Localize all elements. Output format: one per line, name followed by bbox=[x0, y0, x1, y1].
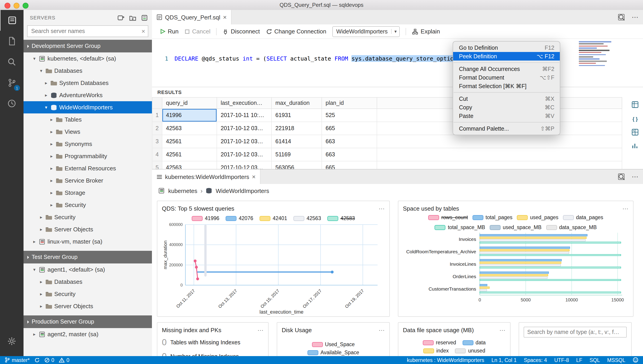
legend-item[interactable]: 42401 bbox=[260, 216, 287, 221]
clear-search-icon[interactable] bbox=[142, 27, 145, 35]
tree-group-test-server-group[interactable]: Test Server Group bbox=[24, 251, 152, 264]
tree-item-external-resources[interactable]: External Resources bbox=[24, 162, 152, 174]
task-history-activity-icon[interactable] bbox=[0, 31, 24, 52]
object-search-input[interactable] bbox=[524, 327, 627, 338]
menu-item-paste[interactable]: Paste⌘V bbox=[453, 112, 560, 120]
peek-search-icon[interactable] bbox=[618, 173, 625, 180]
grid-corner[interactable] bbox=[152, 98, 162, 109]
tree-item-programmability[interactable]: Programmability bbox=[24, 150, 152, 162]
tree-group-production-server-group[interactable]: Production Server Group bbox=[24, 316, 152, 328]
tree-group-development-server-group[interactable]: Development Server Group bbox=[24, 40, 152, 52]
tree-item-agent1[interactable]: agent1, <default> (sa) bbox=[24, 264, 152, 276]
close-tab-icon[interactable] bbox=[252, 173, 256, 180]
widget-menu-button[interactable] bbox=[257, 327, 264, 330]
legend-item[interactable]: 42563 bbox=[293, 216, 321, 221]
history-activity-icon[interactable] bbox=[0, 93, 24, 114]
tree-item-agent2[interactable]: agent2, master (sa) bbox=[24, 328, 152, 340]
new-server-group-icon[interactable] bbox=[129, 14, 137, 22]
cursor-position-status[interactable]: Ln 1, Col 1 bbox=[491, 357, 517, 363]
column-header[interactable]: query_id bbox=[162, 98, 217, 109]
tree-item-service-broker[interactable]: Service Broker bbox=[24, 174, 152, 187]
more-actions-icon[interactable] bbox=[632, 172, 638, 181]
minimize-window-button[interactable] bbox=[14, 2, 20, 8]
save-as-excel-icon[interactable] bbox=[631, 128, 639, 136]
search-activity-icon[interactable] bbox=[0, 52, 24, 72]
more-actions-icon[interactable] bbox=[632, 13, 638, 21]
language-mode-status[interactable]: SQL bbox=[589, 357, 600, 363]
menu-item-copy[interactable]: Copy⌘C bbox=[453, 103, 560, 112]
column-header[interactable]: plan_id bbox=[322, 98, 377, 109]
tree-item-linux-vm[interactable]: linux-vm, master (sa) bbox=[24, 236, 152, 248]
feedback-smiley-button[interactable] bbox=[632, 357, 638, 363]
menu-item-format-selection[interactable]: Format Selection [⌘K ⌘F] bbox=[453, 82, 560, 90]
legend-item[interactable]: used_pages bbox=[517, 215, 558, 220]
tree-item-views[interactable]: Views bbox=[24, 126, 152, 138]
breadcrumb-server[interactable]: kubernetes bbox=[168, 187, 197, 194]
indentation-status[interactable]: Spaces: 4 bbox=[524, 357, 547, 363]
run-button[interactable]: Run bbox=[160, 28, 179, 35]
active-connections-icon[interactable] bbox=[141, 14, 148, 22]
tab-kubernetes-wideworldimporters[interactable]: kubernetes:WideWorldImporters bbox=[152, 170, 261, 184]
tree-item-synonyms[interactable]: Synonyms bbox=[24, 138, 152, 150]
peek-search-icon[interactable] bbox=[618, 13, 625, 21]
database-dropdown[interactable]: WideWorldImporters bbox=[332, 26, 400, 37]
menu-item-cut[interactable]: Cut⌘X bbox=[453, 94, 560, 103]
legend-item[interactable]: reserved bbox=[423, 340, 456, 345]
legend-item[interactable]: total_space_MB bbox=[435, 224, 485, 230]
git-branch-status[interactable]: master* bbox=[5, 357, 30, 363]
close-tab-icon[interactable] bbox=[223, 14, 227, 21]
menu-item-go-to-definition[interactable]: Go to DefinitionF12 bbox=[453, 44, 560, 52]
tree-item-system-databases[interactable]: System Databases bbox=[24, 77, 152, 89]
legend-item[interactable]: index bbox=[423, 348, 449, 354]
column-header[interactable]: max_duration bbox=[272, 98, 322, 109]
encoding-status[interactable]: UTF-8 bbox=[554, 357, 569, 363]
legend-item[interactable]: Available_Space bbox=[307, 350, 359, 355]
legend-item[interactable]: data_pages bbox=[563, 215, 603, 220]
tab-qds-query-perf[interactable]: QDS_Query_Perf.sql bbox=[152, 10, 232, 24]
menu-item-peek-definition[interactable]: Peek Definition⌥ F12 bbox=[453, 52, 560, 60]
cancel-button[interactable]: Cancel bbox=[185, 28, 211, 35]
legend-item[interactable]: used_space_MB bbox=[490, 224, 541, 230]
provider-status[interactable]: MSSQL bbox=[607, 357, 625, 363]
save-as-csv-icon[interactable] bbox=[631, 101, 639, 108]
legend-item[interactable]: unused bbox=[455, 348, 485, 354]
sync-button[interactable] bbox=[34, 357, 40, 363]
widget-menu-button[interactable] bbox=[499, 327, 505, 330]
widget-menu-button[interactable] bbox=[622, 205, 628, 209]
code-editor[interactable]: 1DECLARE @qds_status int = (SELECT actua… bbox=[152, 38, 643, 77]
widget-menu-button[interactable] bbox=[378, 205, 385, 209]
menu-item-format-document[interactable]: Format Document⌥⇧F bbox=[453, 73, 560, 82]
tree-item-security-db[interactable]: Security bbox=[24, 199, 152, 211]
source-control-activity-icon[interactable]: 1 bbox=[0, 72, 24, 93]
tree-item-security-server[interactable]: Security bbox=[24, 211, 152, 223]
legend-item[interactable]: rows_count bbox=[428, 215, 468, 220]
tree-item-agent1-databases[interactable]: Databases bbox=[24, 276, 152, 288]
legend-item[interactable]: Used_Space bbox=[312, 342, 355, 347]
legend-item[interactable]: data_space_MB bbox=[546, 224, 597, 230]
eol-status[interactable]: LF bbox=[576, 357, 582, 363]
settings-gear-button[interactable] bbox=[0, 330, 24, 351]
explain-button[interactable]: Explain bbox=[412, 28, 440, 35]
tree-item-adventureworks[interactable]: AdventureWorks bbox=[24, 89, 152, 101]
tree-item-kubernetes[interactable]: kubernetes, <default> (sa) bbox=[24, 52, 152, 64]
tree-item-server-objects[interactable]: Server Objects bbox=[24, 223, 152, 236]
tree-item-storage[interactable]: Storage bbox=[24, 187, 152, 199]
legend-item[interactable]: 42583 bbox=[327, 216, 355, 221]
servers-activity-icon[interactable] bbox=[0, 10, 24, 31]
widget-menu-button[interactable] bbox=[378, 327, 385, 330]
column-header[interactable]: last_execution… bbox=[217, 98, 272, 109]
selected-cell[interactable]: 41996 bbox=[162, 109, 217, 122]
warnings-status[interactable]: 0 bbox=[59, 357, 70, 363]
tree-item-wideworldimporters[interactable]: WideWorldImporters bbox=[24, 101, 152, 114]
tree-item-databases[interactable]: Databases bbox=[24, 64, 152, 77]
disconnect-button[interactable]: Disconnect bbox=[223, 28, 260, 35]
save-as-json-icon[interactable] bbox=[632, 114, 637, 122]
zoom-window-button[interactable] bbox=[23, 2, 29, 8]
legend-item[interactable]: 41996 bbox=[192, 216, 219, 221]
new-connection-icon[interactable] bbox=[117, 14, 125, 22]
legend-item[interactable]: data bbox=[462, 340, 486, 345]
view-as-chart-icon[interactable] bbox=[631, 142, 639, 150]
search-input[interactable] bbox=[30, 28, 142, 35]
minimap[interactable] bbox=[579, 41, 616, 72]
legend-item[interactable]: total_pages bbox=[472, 215, 512, 220]
